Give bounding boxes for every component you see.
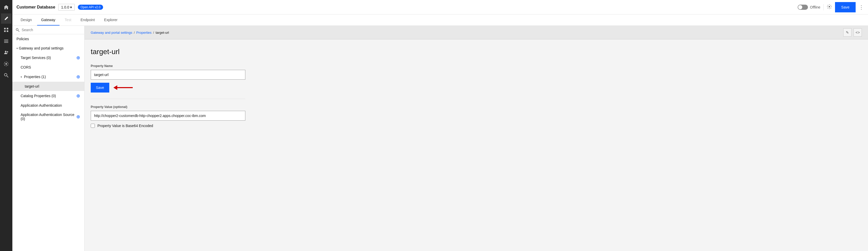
- tab-design[interactable]: Design: [17, 15, 36, 26]
- list-nav-icon[interactable]: [1, 36, 11, 46]
- home-nav-icon[interactable]: [1, 2, 11, 12]
- edit-source-button[interactable]: ✎: [843, 28, 851, 37]
- edit-source-icon: ✎: [846, 30, 849, 34]
- svg-point-7: [5, 51, 6, 52]
- sidebar-item-target-url[interactable]: target-url: [12, 82, 84, 91]
- code-view-icon: <>: [856, 30, 860, 34]
- arrow-indicator: [114, 84, 134, 92]
- tab-explorer[interactable]: Explorer: [100, 15, 122, 26]
- open-api-badge: Open API v2.0: [78, 5, 103, 10]
- svg-rect-2: [4, 30, 6, 32]
- svg-point-12: [829, 6, 830, 7]
- base64-checkbox-row: Property Value is Base64 Encoded: [91, 124, 862, 128]
- svg-line-14: [18, 30, 19, 32]
- property-value-label: Property Value (optional): [91, 105, 862, 109]
- base64-checkbox-label: Property Value is Base64 Encoded: [97, 124, 153, 128]
- version-value: 1.0.0: [61, 5, 69, 9]
- offline-toggle[interactable]: [798, 5, 808, 10]
- offline-toggle-wrapper: Offline: [798, 5, 820, 10]
- svg-rect-1: [7, 28, 8, 29]
- search-input[interactable]: [22, 28, 81, 32]
- breadcrumb-properties[interactable]: Properties: [136, 31, 152, 34]
- sidebar: Policies ▾ Gateway and portal settings T…: [12, 26, 85, 251]
- breadcrumb-current: target-url: [156, 31, 169, 34]
- svg-rect-3: [7, 30, 8, 32]
- sidebar-item-label: Application Authentication Source (0): [21, 113, 76, 121]
- sidebar-item-label: Policies: [17, 37, 29, 41]
- base64-checkbox[interactable]: [91, 124, 95, 128]
- sidebar-item-cors[interactable]: CORS: [12, 63, 84, 72]
- add-properties-icon[interactable]: ⊕: [76, 74, 80, 79]
- svg-line-11: [7, 76, 8, 77]
- sidebar-item-label: Target Services (0): [21, 56, 51, 60]
- arrow-icon: [114, 84, 134, 92]
- search-box: [12, 26, 84, 34]
- api-title: Customer Database: [17, 5, 55, 9]
- sidebar-item-policies[interactable]: Policies: [12, 34, 84, 43]
- property-name-section: Property Name Save: [91, 64, 862, 93]
- property-value-input[interactable]: [91, 111, 245, 121]
- sidebar-item-label: Application Authentication: [21, 103, 62, 107]
- more-options-icon[interactable]: ⋮: [859, 4, 864, 10]
- svg-point-9: [5, 63, 7, 65]
- sidebar-item-label: target-url: [25, 84, 39, 88]
- svg-rect-6: [4, 42, 8, 43]
- settings-gear-icon[interactable]: [827, 4, 832, 10]
- top-bar-right: Offline Save ⋮: [798, 2, 864, 12]
- save-button[interactable]: Save: [835, 2, 856, 12]
- top-bar: Customer Database 1.0.0 ▾ Open API v2.0 …: [12, 0, 868, 14]
- sidebar-item-gateway-settings[interactable]: ▾ Gateway and portal settings: [12, 43, 84, 53]
- svg-rect-4: [4, 40, 8, 40]
- left-navigation: [0, 0, 12, 251]
- property-name-input[interactable]: [91, 70, 245, 80]
- property-value-section: Property Value (optional) Property Value…: [91, 105, 862, 128]
- properties-expand-icon: ▾: [21, 75, 22, 79]
- main-area: Customer Database 1.0.0 ▾ Open API v2.0 …: [12, 0, 868, 251]
- tab-gateway[interactable]: Gateway: [37, 15, 60, 26]
- version-dropdown[interactable]: 1.0.0 ▾: [58, 4, 75, 10]
- apps-nav-icon[interactable]: [1, 25, 11, 35]
- tabs-bar: Design Gateway Test Endpoint Explorer: [12, 14, 868, 26]
- sidebar-item-app-auth-source[interactable]: Application Authentication Source (0) ⊕: [12, 110, 84, 123]
- breadcrumb-gateway-settings[interactable]: Gateway and portal settings: [91, 31, 132, 34]
- separator: [91, 99, 245, 99]
- tab-test: Test: [61, 15, 75, 26]
- tab-endpoint[interactable]: Endpoint: [76, 15, 99, 26]
- add-target-services-icon[interactable]: ⊕: [76, 55, 80, 60]
- content-area: Policies ▾ Gateway and portal settings T…: [12, 26, 868, 251]
- sidebar-item-app-auth[interactable]: Application Authentication: [12, 101, 84, 110]
- breadcrumb: Gateway and portal settings / Properties…: [85, 26, 868, 39]
- svg-rect-0: [4, 28, 6, 29]
- breadcrumb-sep-1: /: [134, 31, 135, 34]
- sidebar-item-target-services[interactable]: Target Services (0) ⊕: [12, 53, 84, 63]
- svg-point-8: [7, 51, 8, 53]
- svg-point-10: [4, 73, 7, 76]
- sidebar-item-label: CORS: [21, 65, 31, 69]
- svg-marker-16: [114, 85, 117, 90]
- users-nav-icon[interactable]: [1, 48, 11, 58]
- offline-label: Offline: [810, 5, 820, 9]
- expand-icon: ▾: [17, 47, 18, 50]
- svg-point-13: [16, 29, 18, 31]
- sidebar-item-label: Catalog Properties (0): [21, 94, 56, 98]
- page-title: target-url: [91, 48, 862, 56]
- right-content: Gateway and portal settings / Properties…: [85, 26, 868, 251]
- property-name-label: Property Name: [91, 64, 862, 68]
- search-nav-icon[interactable]: [1, 70, 11, 81]
- search-input-icon: [16, 28, 20, 32]
- breadcrumb-sep-2: /: [153, 31, 154, 34]
- add-app-auth-source-icon[interactable]: ⊕: [76, 115, 80, 119]
- sidebar-item-catalog-properties[interactable]: Catalog Properties (0) ⊕: [12, 91, 84, 101]
- inline-save-button[interactable]: Save: [91, 83, 109, 93]
- sidebar-item-properties[interactable]: ▾ Properties (1) ⊕: [12, 72, 84, 82]
- settings-nav-icon[interactable]: [1, 59, 11, 69]
- sidebar-item-label: Gateway and portal settings: [19, 46, 64, 50]
- breadcrumb-actions: ✎ <>: [843, 28, 862, 37]
- sidebar-item-label: Properties (1): [24, 75, 46, 79]
- edit-nav-icon[interactable]: [1, 13, 11, 24]
- add-catalog-properties-icon[interactable]: ⊕: [76, 94, 80, 98]
- code-view-button[interactable]: <>: [854, 28, 862, 37]
- chevron-down-icon: ▾: [70, 5, 72, 9]
- svg-rect-5: [4, 41, 8, 41]
- inline-save-row: Save: [91, 83, 862, 93]
